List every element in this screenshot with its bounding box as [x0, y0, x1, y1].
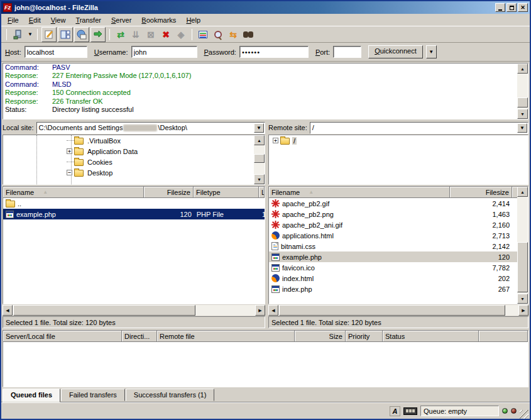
- tab-successful-transfers[interactable]: Successful transfers (1): [126, 389, 215, 401]
- quickconnect-dropdown[interactable]: ▼: [426, 45, 437, 58]
- scroll-up-icon[interactable]: ▲: [517, 64, 528, 74]
- local-directory-tree[interactable]: .VirtualBox + Application Data Cookies −…: [3, 135, 265, 185]
- menu-bookmarks[interactable]: Bookmarks: [136, 14, 181, 26]
- local-tree-scrollbar[interactable]: ▲ ▼: [254, 135, 265, 184]
- cancel-operation-button[interactable]: ⊠: [144, 28, 158, 41]
- minimize-button[interactable]: [495, 3, 505, 12]
- file-row-bitnami-css[interactable]: bitnami.css 2,142: [269, 241, 517, 251]
- column-header-filesize[interactable]: Filesize: [450, 187, 512, 198]
- collapse-minus-icon[interactable]: −: [67, 170, 72, 175]
- remote-hscrollbar-thumb[interactable]: [279, 305, 505, 316]
- menu-view[interactable]: View: [46, 14, 71, 26]
- toggle-remote-tree-button[interactable]: [74, 27, 89, 42]
- tree-item-cookies[interactable]: Cookies: [3, 157, 265, 167]
- toggle-local-tree-button[interactable]: [58, 27, 73, 42]
- password-input[interactable]: [239, 46, 309, 58]
- scroll-left-icon[interactable]: ◀: [268, 305, 278, 316]
- directory-comparison-button[interactable]: [211, 28, 225, 41]
- close-button[interactable]: ✕: [518, 3, 528, 12]
- scroll-right-icon[interactable]: ▶: [255, 305, 265, 316]
- scroll-left-icon[interactable]: ◀: [3, 305, 13, 316]
- tree-item-root[interactable]: + /: [269, 135, 528, 146]
- remote-file-list[interactable]: Filename▲ Filesize apache_pb2.gif 2,414 …: [268, 186, 528, 304]
- disconnect-button[interactable]: ✖: [159, 28, 173, 41]
- file-row-apache-pb2-gif[interactable]: apache_pb2.gif 2,414: [269, 198, 517, 209]
- column-header-filetype[interactable]: Filetype: [194, 187, 259, 198]
- transfer-queue-panel[interactable]: Server/Local file Directi... Remote file…: [3, 330, 528, 387]
- column-header-filename[interactable]: Filename▲: [269, 187, 450, 198]
- file-row-index-php[interactable]: index.php 267: [269, 284, 517, 294]
- menu-transfer[interactable]: Transfer: [70, 14, 106, 26]
- column-header-filesize[interactable]: Filesize: [144, 187, 194, 198]
- scroll-down-icon[interactable]: ▼: [517, 109, 528, 119]
- remote-list-scrollbar-thumb[interactable]: [517, 242, 528, 292]
- title-bar[interactable]: Fz john@localhost - FileZilla ✕: [1, 1, 530, 14]
- menu-edit[interactable]: Edit: [24, 14, 46, 26]
- file-row-favicon-ico[interactable]: favicon.ico 7,782: [269, 262, 517, 273]
- column-header-server-local-file[interactable]: Server/Local file: [3, 331, 122, 342]
- local-hscrollbar-thumb[interactable]: [13, 305, 195, 316]
- tree-item-virtualbox[interactable]: .VirtualBox: [3, 135, 265, 146]
- local-horizontal-scrollbar[interactable]: ◀ ▶: [3, 305, 265, 316]
- remote-directory-tree[interactable]: + /: [268, 135, 528, 185]
- tree-item-application-data[interactable]: + Application Data: [3, 146, 265, 157]
- resize-grip[interactable]: [520, 410, 528, 419]
- refresh-button[interactable]: ⇄: [114, 28, 128, 41]
- column-header-remote-file[interactable]: Remote file: [157, 331, 295, 342]
- toggle-transfer-queue-button[interactable]: [90, 27, 106, 42]
- reconnect-button[interactable]: ◈: [174, 28, 188, 41]
- queue-body-empty[interactable]: [3, 342, 528, 387]
- remote-list-scrollbar[interactable]: ▲ ▼: [517, 187, 528, 304]
- process-queue-button[interactable]: ⇊: [129, 28, 143, 41]
- local-tree-scrollbar-thumb[interactable]: [254, 154, 265, 163]
- find-files-button[interactable]: [241, 28, 255, 41]
- scroll-up-icon[interactable]: ▲: [517, 187, 528, 197]
- file-row-index-html[interactable]: index.html 202: [269, 273, 517, 284]
- username-input[interactable]: [131, 46, 197, 58]
- column-header-direction[interactable]: Directi...: [122, 331, 157, 342]
- menu-server[interactable]: Server: [106, 14, 136, 26]
- scroll-up-icon[interactable]: ▲: [254, 135, 265, 145]
- expand-plus-icon[interactable]: +: [67, 148, 72, 154]
- local-file-list[interactable]: Filename▲ Filesize Filetype L .. example…: [3, 186, 265, 304]
- tab-queued-files[interactable]: Queued files: [3, 389, 60, 402]
- column-header-filename[interactable]: Filename▲: [3, 187, 144, 198]
- tab-failed-transfers[interactable]: Failed transfers: [61, 389, 125, 401]
- site-manager-dropdown[interactable]: ▼: [26, 28, 33, 41]
- message-log[interactable]: Command:PASV Response:227 Entering Passi…: [3, 63, 528, 119]
- file-row-example-php[interactable]: example.php 120: [269, 251, 517, 262]
- port-input[interactable]: [333, 46, 361, 58]
- file-row-applications-html[interactable]: applications.html 2,713: [269, 230, 517, 241]
- data-type-indicator-icon[interactable]: A: [390, 406, 400, 416]
- site-manager-button[interactable]: [11, 28, 25, 41]
- remote-site-dropdown[interactable]: ▼: [517, 123, 527, 133]
- remote-horizontal-scrollbar[interactable]: ◀ ▶: [268, 305, 528, 316]
- menu-file[interactable]: File: [3, 14, 24, 26]
- speed-limit-indicator-icon[interactable]: [403, 407, 417, 415]
- synchronized-browsing-button[interactable]: ⇆: [226, 28, 240, 41]
- file-row-example-php[interactable]: example.php 120 PHP File 1: [3, 209, 265, 219]
- log-scrollbar[interactable]: ▲ ▼: [517, 64, 528, 119]
- local-site-combobox[interactable]: C:\Documents and Settings\Desktop\ ▼: [36, 122, 265, 134]
- remote-list-body[interactable]: apache_pb2.gif 2,414 apache_pb2.png 1,46…: [269, 198, 517, 304]
- host-input[interactable]: [25, 46, 87, 58]
- file-row-apache-pb2-png[interactable]: apache_pb2.png 1,463: [269, 209, 517, 219]
- quickconnect-button[interactable]: Quickconnect: [368, 45, 423, 58]
- local-list-body[interactable]: .. example.php 120 PHP File 1: [3, 198, 265, 304]
- scroll-right-icon[interactable]: ▶: [518, 305, 528, 316]
- column-header-status[interactable]: Status: [383, 331, 479, 342]
- column-header-size[interactable]: Size: [295, 331, 346, 342]
- scroll-down-icon[interactable]: ▼: [254, 174, 265, 184]
- remote-site-combobox[interactable]: / ▼: [310, 122, 528, 134]
- toggle-message-log-button[interactable]: [41, 27, 57, 42]
- column-header-last-modified[interactable]: L: [259, 187, 265, 198]
- menu-help[interactable]: Help: [181, 14, 205, 26]
- tree-item-desktop[interactable]: − Desktop: [3, 167, 265, 178]
- log-scrollbar-thumb[interactable]: [517, 97, 528, 108]
- file-row-apache-pb2-ani-gif[interactable]: apache_pb2_ani.gif 2,160: [269, 219, 517, 230]
- scroll-down-icon[interactable]: ▼: [517, 294, 528, 304]
- file-row-updir[interactable]: ..: [3, 198, 265, 209]
- column-header-priority[interactable]: Priority: [346, 331, 383, 342]
- filter-button[interactable]: [196, 28, 210, 41]
- local-site-dropdown[interactable]: ▼: [254, 123, 264, 133]
